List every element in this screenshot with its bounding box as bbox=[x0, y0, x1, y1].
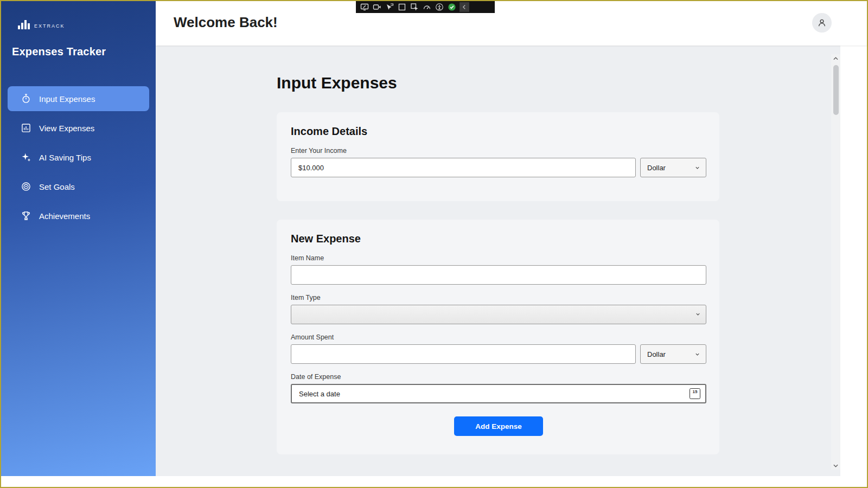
screen-draw-icon[interactable] bbox=[360, 3, 369, 11]
header: Welcome Back! bbox=[156, 1, 867, 46]
sidebar-item-label: Input Expenses bbox=[39, 94, 95, 104]
sidebar-item-input-expenses[interactable]: Input Expenses bbox=[8, 86, 149, 111]
chevron-down-icon bbox=[694, 351, 700, 357]
logo-text: EXTRACK bbox=[34, 23, 65, 30]
trophy-icon bbox=[21, 210, 31, 221]
sidebar-item-label: Set Goals bbox=[39, 182, 75, 191]
app-window: EXTRACK Expenses Tracker Input Expenses … bbox=[0, 0, 868, 488]
pointer-square-icon[interactable] bbox=[410, 3, 419, 11]
sidebar-item-view-expenses[interactable]: View Expenses bbox=[8, 115, 149, 140]
income-input[interactable] bbox=[291, 158, 636, 177]
date-placeholder: Select a date bbox=[299, 390, 340, 398]
accessibility-icon[interactable] bbox=[435, 3, 444, 11]
date-picker-field[interactable]: Select a date 15 bbox=[291, 384, 706, 403]
chevron-left-icon[interactable] bbox=[459, 2, 469, 12]
logo: EXTRACK bbox=[17, 17, 156, 30]
income-currency-select[interactable]: Dollar bbox=[640, 158, 706, 177]
calendar-icon: 15 bbox=[690, 388, 700, 399]
amount-currency-value: Dollar bbox=[647, 350, 666, 358]
scrollbar-thumb[interactable] bbox=[833, 65, 839, 115]
amount-currency-select[interactable]: Dollar bbox=[640, 344, 706, 364]
app-title: Expenses Tracker bbox=[12, 46, 156, 58]
scrollbar-up-button[interactable] bbox=[831, 54, 840, 62]
vertical-scrollbar[interactable] bbox=[831, 54, 840, 470]
sidebar-item-label: AI Saving Tips bbox=[39, 153, 91, 162]
income-label: Enter Your Income bbox=[291, 147, 706, 155]
chevron-down-icon bbox=[695, 311, 701, 317]
date-of-expense-label: Date of Expense bbox=[291, 373, 706, 381]
sidebar-item-label: View Expenses bbox=[39, 124, 94, 133]
chevron-down-icon bbox=[694, 165, 700, 171]
bar-chart-icon bbox=[21, 123, 31, 133]
sidebar-item-set-goals[interactable]: Set Goals bbox=[8, 174, 149, 199]
sidebar-nav: Input Expenses View Expenses AI Saving T… bbox=[8, 86, 149, 228]
page-title: Input Expenses bbox=[277, 74, 397, 92]
scrollbar-down-button[interactable] bbox=[831, 461, 840, 470]
gauge-icon[interactable] bbox=[422, 3, 432, 11]
camera-icon[interactable] bbox=[372, 3, 382, 11]
new-expense-card: New Expense Item Name Item Type Amount S… bbox=[277, 220, 719, 454]
item-type-label: Item Type bbox=[291, 294, 706, 301]
stopwatch-icon bbox=[21, 93, 31, 104]
target-icon bbox=[21, 181, 31, 192]
income-details-card: Income Details Enter Your Income Dollar bbox=[277, 112, 719, 201]
amount-spent-input[interactable] bbox=[291, 344, 636, 364]
item-type-select[interactable] bbox=[291, 305, 706, 324]
capture-toolbar bbox=[356, 1, 495, 13]
greeting-title: Welcome Back! bbox=[174, 14, 278, 31]
expense-card-title: New Expense bbox=[291, 233, 706, 245]
add-expense-button[interactable]: Add Expense bbox=[454, 416, 543, 436]
pointer-flag-icon[interactable] bbox=[385, 3, 394, 11]
item-name-label: Item Name bbox=[291, 254, 706, 262]
logo-bars-icon bbox=[17, 17, 31, 30]
user-avatar-icon bbox=[816, 17, 827, 28]
sparkles-icon bbox=[21, 152, 31, 163]
check-circle-icon[interactable] bbox=[447, 3, 457, 11]
calendar-day: 15 bbox=[690, 389, 700, 395]
square-icon[interactable] bbox=[397, 3, 407, 11]
item-name-input[interactable] bbox=[291, 265, 706, 285]
sidebar-item-label: Achievements bbox=[39, 211, 90, 221]
sidebar: EXTRACK Expenses Tracker Input Expenses … bbox=[1, 1, 156, 476]
sidebar-item-ai-saving-tips[interactable]: AI Saving Tips bbox=[8, 145, 149, 170]
sidebar-item-achievements[interactable]: Achievements bbox=[8, 203, 149, 228]
income-card-title: Income Details bbox=[291, 125, 706, 138]
user-avatar-button[interactable] bbox=[812, 13, 832, 33]
amount-spent-label: Amount Spent bbox=[291, 333, 706, 341]
main-content: Input Expenses Income Details Enter Your… bbox=[156, 46, 840, 476]
income-currency-value: Dollar bbox=[647, 164, 666, 172]
